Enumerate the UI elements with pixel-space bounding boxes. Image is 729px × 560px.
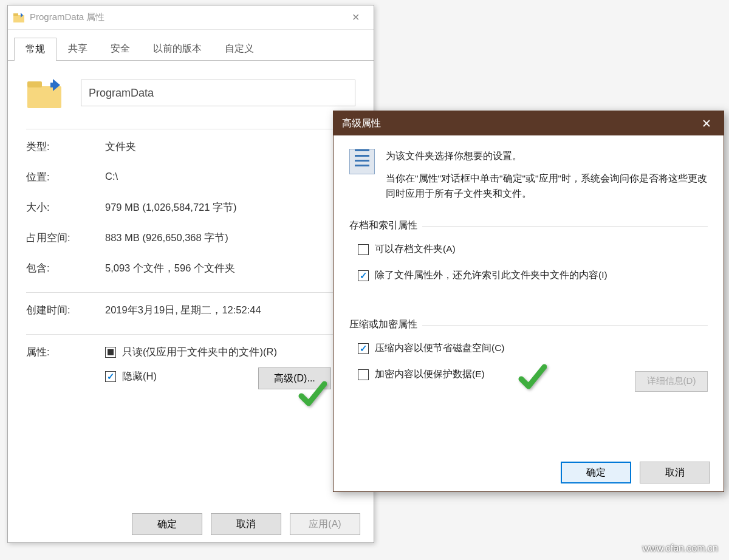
close-icon[interactable]: ✕ (698, 117, 715, 131)
properties-footer: 确定 取消 应用(A) (8, 506, 374, 542)
ok-button[interactable]: 确定 (132, 513, 202, 535)
adv-ok-button[interactable]: 确定 (561, 462, 631, 483)
svg-rect-1 (13, 13, 18, 16)
folder-icon (13, 12, 25, 24)
svg-rect-6 (50, 83, 55, 87)
properties-body: 类型:文件夹 位置:C:\ 大小:979 MB (1,026,584,721 字… (8, 61, 374, 404)
checkbox-unchecked-icon (358, 244, 369, 255)
type-value: 文件夹 (105, 140, 355, 154)
details-button: 详细信息(D) (635, 371, 708, 392)
checkbox-checked-icon: ✓ (358, 343, 369, 354)
svg-rect-4 (27, 81, 42, 87)
adv-body: 为该文件夹选择你想要的设置。 当你在"属性"对话框中单击"确定"或"应用"时，系… (334, 135, 724, 400)
encrypt-checkbox[interactable]: 加密内容以便保护数据(E) (358, 368, 635, 381)
adv-titlebar[interactable]: 高级属性 ✕ (334, 111, 724, 135)
hidden-label: 隐藏(H) (122, 370, 157, 383)
attributes-label: 属性: (26, 346, 105, 359)
checkbox-unchecked-icon (358, 369, 369, 380)
tabstrip: 常规 共享 安全 以前的版本 自定义 (8, 37, 374, 61)
tab-share[interactable]: 共享 (56, 37, 99, 60)
compress-checkbox[interactable]: ✓ 压缩内容以便节省磁盘空间(C) (358, 342, 708, 355)
location-label: 位置: (26, 171, 105, 184)
large-folder-icon (26, 77, 63, 109)
index-checkbox[interactable]: ✓ 除了文件属性外，还允许索引此文件夹中文件的内容(I) (358, 269, 708, 282)
archive-checkbox[interactable]: 可以存档文件夹(A) (358, 243, 708, 256)
divider (26, 129, 355, 129)
svg-rect-3 (27, 86, 61, 108)
index-label: 除了文件属性外，还允许索引此文件夹中文件的内容(I) (375, 269, 608, 282)
readonly-label: 只读(仅应用于文件夹中的文件)(R) (122, 346, 277, 359)
cancel-button[interactable]: 取消 (211, 513, 281, 535)
contains-value: 5,093 个文件，596 个文件夹 (105, 262, 355, 275)
checkbox-checked-icon: ✓ (105, 371, 116, 382)
close-icon[interactable]: ✕ (342, 12, 369, 23)
advanced-button[interactable]: 高级(D)... (258, 367, 331, 389)
size-value: 979 MB (1,026,584,721 字节) (105, 201, 355, 214)
titlebar[interactable]: ProgramData 属性 ✕ (8, 5, 374, 30)
checkbox-checked-icon: ✓ (358, 270, 369, 281)
folder-name-input[interactable] (81, 80, 355, 106)
divider (26, 334, 355, 335)
advanced-attributes-dialog: 高级属性 ✕ 为该文件夹选择你想要的设置。 当你在"属性"对话框中单击"确定"或… (333, 111, 724, 492)
compress-encrypt-group-title: 压缩或加密属性 (349, 318, 708, 331)
encrypt-label: 加密内容以便保护数据(E) (375, 368, 485, 381)
adv-cancel-button[interactable]: 取消 (640, 462, 710, 483)
adv-footer: 确定 取消 (334, 454, 724, 491)
watermark: www.cfan.com.cn (643, 543, 718, 554)
created-value: 2019年3月19日, 星期二，12:52:44 (105, 304, 355, 317)
properties-dialog: ProgramData 属性 ✕ 常规 共享 安全 以前的版本 自定义 类型:文… (7, 5, 374, 543)
type-label: 类型: (26, 140, 105, 154)
checklist-icon (349, 149, 375, 174)
readonly-checkbox[interactable]: 只读(仅应用于文件夹中的文件)(R) (105, 346, 355, 359)
adv-title: 高级属性 (342, 117, 381, 130)
checkbox-indeterminate-icon (105, 347, 116, 358)
tab-previous-versions[interactable]: 以前的版本 (142, 37, 213, 60)
archive-index-group-title: 存档和索引属性 (349, 219, 708, 232)
divider (26, 292, 355, 293)
archive-label: 可以存档文件夹(A) (375, 243, 456, 256)
apply-button: 应用(A) (290, 513, 360, 535)
tab-general[interactable]: 常规 (14, 38, 56, 61)
window-title: ProgramData 属性 (30, 12, 342, 23)
tab-customize[interactable]: 自定义 (213, 37, 265, 60)
location-value: C:\ (105, 171, 355, 182)
adv-intro-2: 当你在"属性"对话框中单击"确定"或"应用"时，系统会询问你是否将这些更改同时应… (386, 171, 708, 202)
sizeondisk-label: 占用空间: (26, 231, 105, 245)
svg-rect-0 (13, 15, 24, 22)
compress-label: 压缩内容以便节省磁盘空间(C) (375, 342, 505, 355)
contains-label: 包含: (26, 262, 105, 275)
tab-security[interactable]: 安全 (99, 37, 142, 60)
sizeondisk-value: 883 MB (926,650,368 字节) (105, 231, 355, 245)
adv-intro-1: 为该文件夹选择你想要的设置。 (386, 149, 708, 164)
created-label: 创建时间: (26, 304, 105, 317)
size-label: 大小: (26, 201, 105, 214)
